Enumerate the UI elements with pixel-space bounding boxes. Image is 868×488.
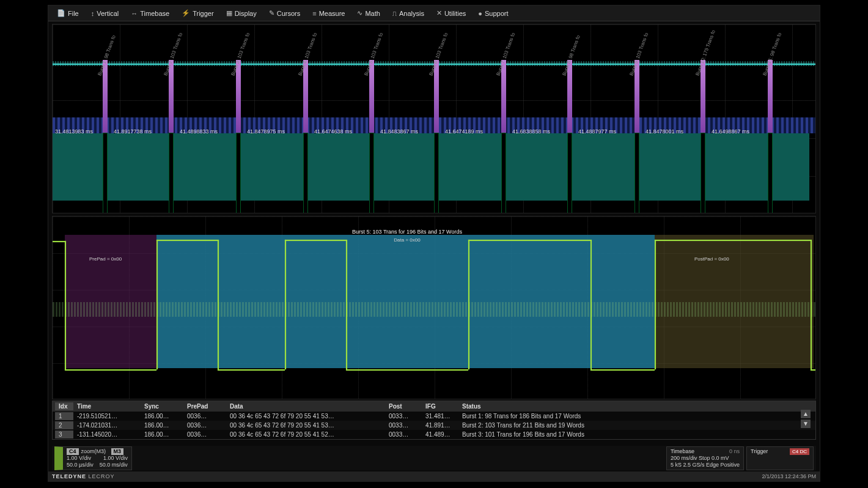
burst-marker[interactable]: Burst 4: 103 Trans fo: [305, 60, 306, 201]
cell-idx: 2: [55, 421, 73, 429]
trigger-icon: ⚡: [182, 9, 190, 17]
postpad-region: [655, 235, 814, 368]
time-label: 41.6498867 ms: [712, 128, 749, 135]
cell-status: Burst 1: 98 Trans for 186 Bits and 17 Wo…: [458, 412, 813, 420]
brand-label: TELEDYNE LECROY: [52, 473, 115, 479]
postpad-label: PostPad = 0x00: [694, 256, 729, 262]
waveform-segment: [218, 369, 285, 371]
time-label: 41.4898833 ms: [180, 128, 218, 135]
menu-label: File: [68, 10, 79, 17]
channel-tag: M3: [111, 448, 124, 455]
timebase-panel[interactable]: Timebase0 ns 200 ms/div Stop 0.0 mV 5 kS…: [666, 446, 744, 470]
cell-time: -174.021031…: [73, 421, 141, 429]
burst-marker[interactable]: Burst 3: 103 Trans fo: [238, 60, 239, 201]
cell-ifg: 31.481…: [422, 412, 458, 420]
timestamp-label: 2/1/2013 12:24:36 PM: [762, 473, 816, 479]
time-label: 41.6474638 ms: [314, 128, 352, 135]
math-icon: ∿: [357, 9, 362, 17]
table-row[interactable]: 3 -131.145020… 186.00… 0036… 00 36 4c 65…: [53, 430, 815, 439]
col-prepad[interactable]: PrePad: [183, 402, 226, 410]
menu-trigger[interactable]: ⚡Trigger: [177, 7, 218, 19]
waveform-segment: [53, 241, 65, 242]
data-region: [156, 235, 655, 368]
menu-support[interactable]: ●Support: [473, 8, 513, 19]
cell-prepad: 0036…: [183, 431, 226, 438]
scroll-up-icon[interactable]: ▲: [801, 410, 811, 418]
support-icon: ●: [478, 10, 482, 17]
col-sync[interactable]: Sync: [141, 402, 183, 410]
cell-sync: 186.00…: [141, 421, 183, 429]
analysis-icon: ⎍: [392, 10, 397, 17]
burst-marker[interactable]: Burst 10: 179 Trans fo: [702, 60, 704, 201]
menu-vertical[interactable]: ↕Vertical: [86, 8, 124, 19]
cell-prepad: 0036…: [183, 412, 226, 420]
waveform-overview-panel[interactable]: Burst 1: 98 Trans fo Burst 2: 103 Trans …: [52, 24, 816, 213]
burst-marker[interactable]: Burst 7: 103 Trans fo: [503, 60, 504, 201]
panel-title: Timebase: [671, 448, 694, 455]
display-icon: ▦: [226, 9, 232, 17]
waveform-segment: [65, 369, 156, 371]
table-row[interactable]: 1 -219.510521… 186.00… 0036… 00 36 4c 65…: [53, 412, 815, 421]
timebase-offset: 0 ns: [729, 448, 740, 455]
cell-idx: 1: [55, 412, 73, 420]
col-time[interactable]: Time: [73, 402, 141, 410]
menu-label: Timebase: [140, 10, 169, 17]
col-post[interactable]: Post: [385, 402, 422, 410]
waveform-edge: [590, 240, 592, 369]
cell-prepad: 0036…: [183, 421, 226, 429]
waveform-edge: [468, 240, 469, 369]
menu-cursors[interactable]: ✎Cursors: [264, 7, 306, 19]
burst-marker[interactable]: Burst 5: 103 Trans fo: [371, 60, 372, 201]
burst-marker[interactable]: Burst 9: 103 Trans fo: [636, 60, 638, 201]
burst-marker[interactable]: Burst 11: 98 Trans fo: [770, 60, 771, 201]
col-ifg[interactable]: IFG: [422, 402, 458, 410]
table-scroll: ▲ ▼: [801, 410, 811, 428]
trigger-panel[interactable]: TriggerC4 DC: [746, 446, 814, 470]
time-label: 41.8917738 ms: [114, 128, 152, 135]
menu-file[interactable]: 📄File: [52, 7, 84, 19]
time-label: 41.8478001 ms: [645, 128, 683, 135]
menu-label: Analysis: [399, 10, 424, 17]
burst-marker[interactable]: Burst 8: 98 Trans fo: [569, 60, 570, 201]
measure-icon: ≡: [312, 10, 316, 17]
channel-name: zoom(M3): [81, 448, 106, 454]
burst-marker[interactable]: Burst 6: 103 Trans fo: [436, 60, 437, 201]
trigger-line2: [751, 462, 809, 468]
channel-c4-box[interactable]: C4zoom(M3) M3 1.00 V/div 1.00 V/div 50.0…: [54, 446, 132, 470]
menu-label: Measure: [319, 10, 345, 17]
time-label: 31.4813983 ms: [55, 128, 93, 135]
time-label: 41.8483867 ms: [380, 128, 418, 135]
waveform-edge: [156, 240, 158, 369]
burst-marker[interactable]: Burst 1: 98 Trans fo: [105, 60, 106, 201]
waveform-segment: [590, 369, 655, 371]
vertical-icon: ↕: [91, 10, 95, 17]
cell-ifg: 41.489…: [422, 431, 458, 438]
menu-display[interactable]: ▦Display: [221, 7, 262, 19]
menu-utilities[interactable]: ✕Utilities: [432, 7, 471, 19]
time-label: 41.8478975 ms: [247, 128, 285, 135]
scroll-down-icon[interactable]: ▼: [801, 420, 811, 428]
channel-tag: C4: [67, 448, 79, 455]
col-status[interactable]: Status: [458, 402, 813, 410]
table-header-row: Idx Time Sync PrePad Data Post IFG Statu…: [53, 401, 815, 412]
menu-analysis[interactable]: ⎍Analysis: [388, 8, 429, 19]
menu-label: Utilities: [444, 10, 466, 17]
cell-idx: 3: [55, 431, 73, 438]
status-bar: TELEDYNE LECROY 2/1/2013 12:24:36 PM: [48, 471, 820, 481]
cell-data: 00 36 4c 65 43 72 6f 79 20 55 41 53…: [226, 412, 385, 420]
burst-marker[interactable]: Burst 2: 103 Trans fo: [171, 60, 172, 201]
menu-measure[interactable]: ≡Measure: [307, 8, 350, 19]
menu-label: Vertical: [97, 10, 119, 17]
cell-post: 0033…: [385, 431, 422, 438]
waveform-zoom-panel[interactable]: Burst 5: 103 Trans for 196 Bits and 17 W…: [52, 216, 816, 399]
menu-math[interactable]: ∿Math: [352, 7, 384, 19]
menu-timebase[interactable]: ↔Timebase: [126, 8, 174, 19]
waveform-edge: [346, 240, 347, 369]
col-idx[interactable]: Idx: [55, 402, 73, 410]
table-row[interactable]: 2 -174.021031… 186.00… 0036… 00 36 4c 65…: [53, 421, 815, 430]
cell-time: -131.145020…: [73, 431, 141, 438]
channel-scale: 1.00 V/div: [67, 455, 91, 461]
col-data[interactable]: Data: [226, 402, 385, 410]
cell-status: Burst 2: 103 Trans for 211 Bits and 19 W…: [458, 421, 813, 429]
oscilloscope-app: 📄File ↕Vertical ↔Timebase ⚡Trigger ▦Disp…: [48, 5, 820, 482]
